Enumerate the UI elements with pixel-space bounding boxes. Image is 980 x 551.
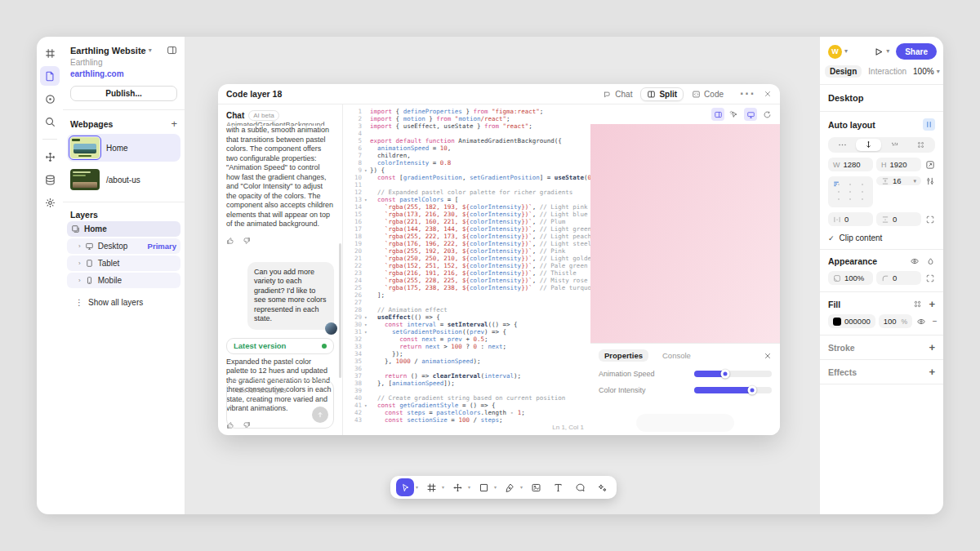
move-tool-icon[interactable] xyxy=(40,147,60,167)
fill-color-field[interactable]: 000000 xyxy=(828,314,875,328)
code-line[interactable]: 19 `rgba(176, 196, 222, ${colorIntensity… xyxy=(343,240,590,247)
code-line[interactable]: 14 `rgba(255, 182, 193, ${colorIntensity… xyxy=(343,203,590,211)
chevron-right-icon[interactable]: › xyxy=(78,260,81,267)
flow-horizontal-icon[interactable] xyxy=(830,139,855,151)
chevron-right-icon[interactable]: › xyxy=(78,243,81,250)
send-button[interactable] xyxy=(312,407,328,423)
flow-wrap-icon[interactable] xyxy=(882,139,907,151)
code-line[interactable]: 11 xyxy=(343,181,590,189)
code-line[interactable]: 39 xyxy=(343,387,590,394)
tab-interaction[interactable]: Interaction xyxy=(863,65,911,78)
pointer-interactive-icon[interactable] xyxy=(728,108,741,121)
close-icon[interactable] xyxy=(764,90,772,98)
individual-padding-icon[interactable] xyxy=(924,215,935,224)
code-line[interactable]: 27 xyxy=(343,299,590,306)
close-icon[interactable] xyxy=(764,352,772,360)
code-line[interactable]: 29▾ useEffect(() => { xyxy=(343,313,590,321)
eye-icon[interactable] xyxy=(910,256,920,266)
chevron-down-icon[interactable]: ▾ xyxy=(149,47,152,54)
frame-tool[interactable]: ▾ xyxy=(421,478,446,496)
padding-horizontal-field[interactable]: 0 xyxy=(828,212,873,226)
flow-grid-icon[interactable] xyxy=(908,139,933,151)
layer-row-desktop[interactable]: ›DesktopPrimary xyxy=(67,238,180,254)
code-line[interactable]: 8 colorIntensity = 0.8 xyxy=(343,159,590,167)
code-line[interactable]: 32 const next = prev + 0.5; xyxy=(343,335,590,343)
actions-tool[interactable] xyxy=(591,478,612,496)
layer-row-mobile[interactable]: ›Mobile xyxy=(67,273,180,288)
code-line[interactable]: 17 `rgba(144, 238, 144, ${colorIntensity… xyxy=(343,225,590,233)
thumbs-up-icon[interactable] xyxy=(226,237,234,245)
select-tool[interactable]: ▾ xyxy=(394,478,420,496)
resize-to-fit-icon[interactable] xyxy=(924,160,935,170)
flow-vertical-icon[interactable] xyxy=(856,139,881,151)
blend-droplet-icon[interactable] xyxy=(926,257,935,266)
chevron-down-icon[interactable]: ▾ xyxy=(844,48,848,55)
code-line[interactable]: 3import { useEffect, useState } from "re… xyxy=(343,122,590,130)
clip-content-checkbox[interactable]: ✓ Clip content xyxy=(828,233,935,242)
add-effect-icon[interactable]: + xyxy=(929,367,935,377)
code-line[interactable]: 10 const [gradientPosition, setGradientP… xyxy=(343,174,590,181)
remove-fill-icon[interactable]: − xyxy=(929,317,940,326)
opacity-field[interactable]: 100% xyxy=(828,271,873,285)
fold-caret[interactable]: ▾ xyxy=(364,402,370,409)
canvas-area[interactable]: Code layer 18 ChatSplitCode ··· Chat AI … xyxy=(185,37,819,514)
publish-button[interactable]: Publish... xyxy=(70,86,177,101)
slider-thumb[interactable] xyxy=(721,370,730,379)
code-line[interactable]: 25 `rgba(175, 238, 238, ${colorIntensity… xyxy=(343,284,590,291)
individual-corners-icon[interactable] xyxy=(924,273,935,283)
thumbs-down-icon[interactable] xyxy=(243,237,251,245)
chat-scrollbar[interactable] xyxy=(339,243,341,378)
search-icon[interactable] xyxy=(40,112,60,131)
cms-database-icon[interactable] xyxy=(40,170,60,189)
show-all-layers-button[interactable]: ⋮ Show all layers xyxy=(70,295,177,310)
code-line[interactable]: 21 `rgba(250, 250, 210, ${colorIntensity… xyxy=(343,255,590,262)
code-line[interactable]: 30▾ const interval = setInterval(() => { xyxy=(343,321,590,328)
code-editor[interactable]: 1import { defineProperties } from "figma… xyxy=(343,104,590,435)
properties-toggle-icon[interactable] xyxy=(711,108,724,121)
code-line[interactable]: 28 // Animation effect xyxy=(343,306,590,313)
code-line[interactable]: 2import { motion } from "motion/react"; xyxy=(343,115,590,122)
code-line[interactable]: 1import { defineProperties } from "figma… xyxy=(343,108,590,115)
code-line[interactable]: 24 `rgba(255, 228, 225, ${colorIntensity… xyxy=(343,277,590,284)
code-line[interactable]: 5export default function AnimatedGradien… xyxy=(343,137,590,144)
slider-color-intensity[interactable] xyxy=(694,387,772,393)
code-line[interactable]: 38 }, [animationSpeed]); xyxy=(343,380,590,387)
play-preview-icon[interactable] xyxy=(873,47,884,57)
view-mode-chat[interactable]: Chat xyxy=(596,87,639,101)
layer-row-home[interactable]: Home xyxy=(67,221,180,237)
slider-animation-speed[interactable] xyxy=(694,371,772,377)
settings-gear-icon[interactable] xyxy=(40,193,60,212)
device-preview-icon[interactable] xyxy=(744,108,757,121)
add-webpage-button[interactable]: + xyxy=(171,118,177,130)
height-field[interactable]: H1920 xyxy=(876,158,921,171)
code-line[interactable]: 40 // Create gradient string based on cu… xyxy=(343,394,590,402)
properties-tab-console[interactable]: Console xyxy=(657,349,697,362)
fold-caret[interactable]: ▾ xyxy=(364,313,370,321)
code-line[interactable]: 41▾ const getGradientStyle = () => { xyxy=(343,402,590,409)
gap-field[interactable]: 16▾ xyxy=(876,176,921,185)
fold-caret[interactable]: ▾ xyxy=(364,328,370,335)
pages-icon[interactable] xyxy=(40,66,60,86)
code-line[interactable]: 15 `rgba(173, 216, 230, ${colorIntensity… xyxy=(343,211,590,218)
code-line[interactable]: 31▾ setGradientPosition((prev) => { xyxy=(343,328,590,335)
properties-tab-properties[interactable]: Properties xyxy=(599,349,648,362)
tab-design[interactable]: Design xyxy=(825,65,862,78)
view-mode-split[interactable]: Split xyxy=(640,87,684,101)
webpage-item--about-us[interactable]: /about-us xyxy=(67,166,180,193)
code-line[interactable]: 22 `rgba(152, 251, 152, ${colorIntensity… xyxy=(343,262,590,269)
code-line[interactable]: 4 xyxy=(343,130,590,137)
code-line[interactable]: 37 return () => clearInterval(interval); xyxy=(343,372,590,380)
distribute-settings-icon[interactable] xyxy=(924,176,935,186)
fold-caret[interactable]: ▾ xyxy=(364,167,370,174)
chevron-down-icon[interactable]: ▾ xyxy=(442,485,444,490)
more-options-icon[interactable]: ··· xyxy=(740,87,755,101)
main-menu-icon[interactable] xyxy=(40,43,60,63)
zoom-level[interactable]: 100%▾ xyxy=(913,67,940,76)
chevron-down-icon[interactable]: ▾ xyxy=(494,485,497,490)
chevron-down-icon[interactable]: ▾ xyxy=(886,48,889,55)
code-line[interactable]: 20 `rgba(255, 192, 203, ${colorIntensity… xyxy=(343,247,590,255)
webpage-item-home[interactable]: Home xyxy=(67,134,180,162)
code-line[interactable]: 7 children, xyxy=(343,152,590,159)
code-line[interactable]: 6 animationSpeed = 10, xyxy=(343,144,590,152)
slider-thumb[interactable] xyxy=(748,386,757,395)
